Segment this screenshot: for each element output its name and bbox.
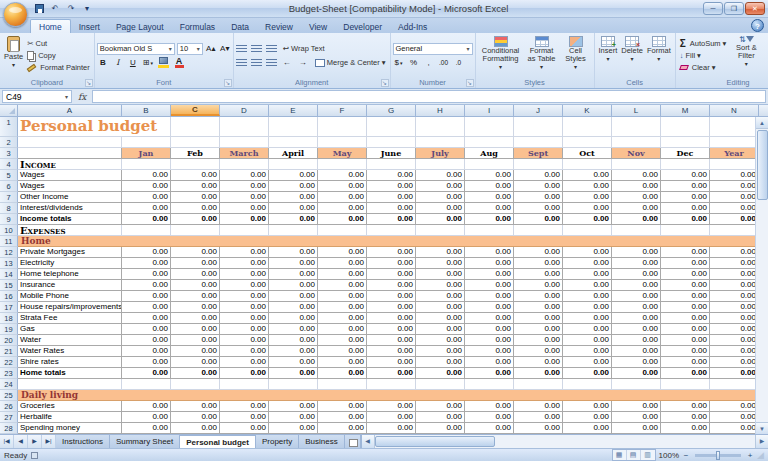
cell[interactable]: 0.00 bbox=[514, 368, 563, 379]
cell[interactable]: 0.00 bbox=[563, 423, 612, 434]
cell[interactable] bbox=[171, 225, 220, 236]
cell[interactable]: 0.00 bbox=[710, 302, 759, 313]
increase-decimal-button[interactable]: .00 bbox=[438, 57, 450, 69]
cell[interactable] bbox=[269, 379, 318, 390]
cell[interactable]: 0.00 bbox=[269, 280, 318, 291]
row-header-4[interactable]: 4 bbox=[0, 159, 18, 170]
column-header-A[interactable]: A bbox=[18, 105, 122, 116]
cell[interactable]: 0.00 bbox=[122, 203, 171, 214]
cell[interactable]: 0.00 bbox=[416, 291, 465, 302]
cell[interactable]: 0.00 bbox=[612, 401, 661, 412]
sheet-tab-business[interactable]: Business bbox=[299, 435, 344, 448]
cell[interactable]: 0.00 bbox=[661, 346, 710, 357]
cell[interactable] bbox=[514, 225, 563, 236]
font-dialog-launcher[interactable]: ↘ bbox=[224, 79, 232, 87]
cell[interactable]: 0.00 bbox=[416, 192, 465, 203]
cell[interactable]: 0.00 bbox=[220, 313, 269, 324]
maximize-button[interactable]: ❐ bbox=[724, 2, 744, 15]
fill-button[interactable]: ↓ Fill ▾ bbox=[678, 50, 729, 62]
cell[interactable]: 0.00 bbox=[171, 346, 220, 357]
cell[interactable]: 0.00 bbox=[612, 247, 661, 258]
row-header-2[interactable]: 2 bbox=[0, 137, 18, 148]
cell[interactable]: 0.00 bbox=[416, 368, 465, 379]
scroll-right-button[interactable]: ▶ bbox=[755, 435, 768, 448]
column-header-E[interactable]: E bbox=[269, 105, 318, 116]
cell[interactable]: 0.00 bbox=[710, 280, 759, 291]
cell[interactable]: 0.00 bbox=[416, 324, 465, 335]
cell[interactable]: 0.00 bbox=[171, 423, 220, 434]
cell[interactable]: 0.00 bbox=[465, 181, 514, 192]
cell[interactable]: 0.00 bbox=[367, 401, 416, 412]
cell[interactable]: 0.00 bbox=[514, 291, 563, 302]
cell[interactable]: 0.00 bbox=[269, 412, 318, 423]
cell[interactable]: 0.00 bbox=[612, 412, 661, 423]
cell[interactable] bbox=[416, 225, 465, 236]
ribbon-tab-view[interactable]: View bbox=[301, 20, 335, 33]
cell[interactable] bbox=[367, 137, 416, 148]
vertical-scrollbar[interactable]: ▲ ▼ bbox=[755, 117, 768, 434]
cell[interactable]: 0.00 bbox=[710, 269, 759, 280]
cell[interactable]: 0.00 bbox=[269, 181, 318, 192]
cell[interactable]: 0.00 bbox=[220, 258, 269, 269]
cell[interactable]: 0.00 bbox=[612, 368, 661, 379]
cell[interactable]: 0.00 bbox=[171, 203, 220, 214]
cell[interactable]: 0.00 bbox=[318, 302, 367, 313]
column-header-C[interactable]: C bbox=[171, 105, 220, 116]
cell[interactable]: 0.00 bbox=[367, 192, 416, 203]
align-left-icon[interactable] bbox=[236, 59, 247, 67]
cell[interactable]: 0.00 bbox=[122, 192, 171, 203]
cell[interactable]: 0.00 bbox=[563, 401, 612, 412]
ribbon-tab-review[interactable]: Review bbox=[257, 20, 301, 33]
cell[interactable]: 0.00 bbox=[563, 412, 612, 423]
cell[interactable] bbox=[171, 117, 220, 137]
cell[interactable]: 0.00 bbox=[661, 324, 710, 335]
column-header-G[interactable]: G bbox=[367, 105, 416, 116]
cell[interactable]: 0.00 bbox=[122, 280, 171, 291]
cell[interactable]: 0.00 bbox=[710, 357, 759, 368]
cell[interactable]: 0.00 bbox=[514, 357, 563, 368]
cell[interactable]: 0.00 bbox=[710, 368, 759, 379]
cell[interactable]: 0.00 bbox=[465, 335, 514, 346]
cell[interactable]: 0.00 bbox=[514, 247, 563, 258]
cell[interactable]: 0.00 bbox=[514, 214, 563, 225]
conditional-formatting-button[interactable]: Conditional Formatting ▾ bbox=[478, 34, 524, 77]
underline-button[interactable]: U bbox=[127, 57, 139, 69]
cell[interactable]: 0.00 bbox=[710, 324, 759, 335]
cell[interactable] bbox=[416, 379, 465, 390]
currency-format-button[interactable]: $ ▾ bbox=[393, 57, 405, 69]
cell[interactable] bbox=[563, 379, 612, 390]
format-cells-button[interactable]: Format ▾ bbox=[645, 34, 673, 77]
cell[interactable] bbox=[171, 159, 220, 170]
cell[interactable] bbox=[465, 159, 514, 170]
cell[interactable] bbox=[220, 225, 269, 236]
cell[interactable]: 0.00 bbox=[612, 280, 661, 291]
cell[interactable]: 0.00 bbox=[122, 324, 171, 335]
cell[interactable]: 0.00 bbox=[465, 280, 514, 291]
cell[interactable]: 0.00 bbox=[514, 181, 563, 192]
cell[interactable]: 0.00 bbox=[661, 203, 710, 214]
cell[interactable]: 0.00 bbox=[465, 368, 514, 379]
cell[interactable]: 0.00 bbox=[171, 247, 220, 258]
cell[interactable]: 0.00 bbox=[465, 203, 514, 214]
cell[interactable] bbox=[612, 117, 661, 137]
cell[interactable] bbox=[269, 117, 318, 137]
name-box[interactable]: C49 ▾ bbox=[2, 90, 72, 103]
cell[interactable] bbox=[563, 159, 612, 170]
cell[interactable]: 0.00 bbox=[220, 170, 269, 181]
cell[interactable]: Nov bbox=[612, 148, 661, 159]
cell[interactable]: 0.00 bbox=[514, 401, 563, 412]
cell[interactable]: 0.00 bbox=[661, 291, 710, 302]
cell[interactable]: 0.00 bbox=[122, 357, 171, 368]
cell[interactable]: 0.00 bbox=[171, 302, 220, 313]
cell[interactable] bbox=[220, 159, 269, 170]
scroll-left-button[interactable]: ◀ bbox=[362, 435, 375, 448]
cell[interactable]: 0.00 bbox=[416, 357, 465, 368]
qat-customize-button[interactable]: ▾ bbox=[80, 2, 94, 15]
cell[interactable]: 0.00 bbox=[416, 269, 465, 280]
cell[interactable]: 0.00 bbox=[514, 258, 563, 269]
row-header-27[interactable]: 27 bbox=[0, 412, 18, 423]
cell[interactable]: 0.00 bbox=[318, 269, 367, 280]
cell[interactable]: 0.00 bbox=[318, 423, 367, 434]
row-header-7[interactable]: 7 bbox=[0, 192, 18, 203]
next-sheet-button[interactable]: ▶ bbox=[28, 435, 42, 448]
